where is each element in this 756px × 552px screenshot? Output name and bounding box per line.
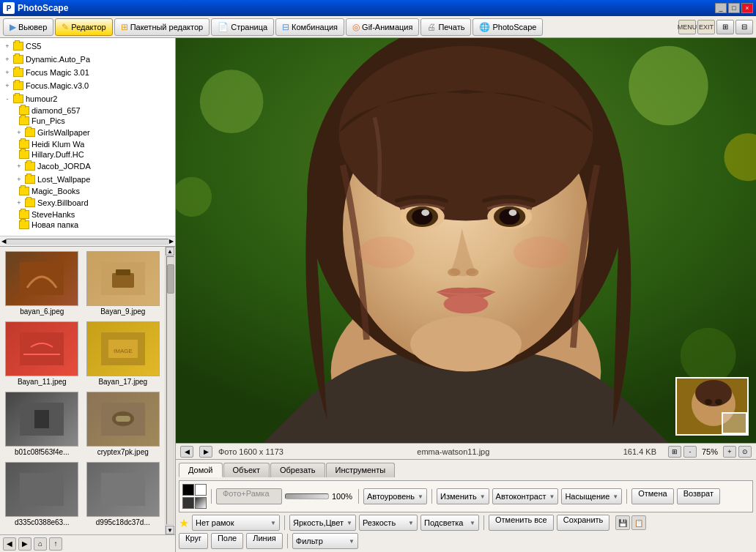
expand-icon[interactable]: + bbox=[13, 197, 25, 209]
line-button[interactable]: Линия bbox=[246, 533, 283, 549]
nav-back-button[interactable]: ◀ bbox=[3, 537, 16, 551]
tree-item-dynamic[interactable]: + Dynamic.Auto_Pa bbox=[1, 53, 174, 66]
thumb-bayan11[interactable]: Bayan_11.jpeg bbox=[3, 320, 81, 387]
hscroll-track[interactable] bbox=[6, 239, 169, 245]
nav-forward-button[interactable]: ▶ bbox=[18, 537, 32, 551]
tree-label: diamond_657 bbox=[32, 106, 81, 115]
save-icon1-button[interactable]: 💾 bbox=[615, 515, 630, 530]
nav-up-button[interactable]: ↑ bbox=[49, 537, 62, 551]
expand-icon[interactable]: + bbox=[13, 127, 25, 138]
expand-icon[interactable]: + bbox=[13, 174, 25, 185]
color-white-swatch[interactable] bbox=[195, 484, 207, 496]
color-dark-swatch[interactable] bbox=[182, 497, 194, 509]
tab-page[interactable]: 📄 Страница bbox=[211, 18, 274, 36]
thumb-scrollbar[interactable]: ▲ ▼ bbox=[165, 247, 175, 534]
thumbnails-panel[interactable]: bayan_6.jpeg Bayan_9.jpeg Bayan_11.jpeg bbox=[0, 247, 165, 534]
icon1-button[interactable]: ⊞ bbox=[716, 20, 734, 34]
filter-dropdown[interactable]: Фильтр ▼ bbox=[292, 533, 358, 549]
thumb-bayan6[interactable]: bayan_6.jpeg bbox=[3, 250, 81, 317]
expand-icon[interactable]: + bbox=[13, 160, 25, 172]
edit-tab-tools[interactable]: Инструменты bbox=[326, 463, 396, 477]
tree-item-funpics[interactable]: Fun_Pics bbox=[1, 116, 174, 126]
tree-item-focus2[interactable]: + Focus.Magic.v3.0 bbox=[1, 79, 174, 92]
tree-item-lost[interactable]: + Lost_Wallpape bbox=[1, 173, 174, 186]
minimize-button[interactable]: _ bbox=[715, 3, 727, 13]
tab-viewer[interactable]: ▶ Вьювер bbox=[3, 18, 53, 36]
edit-tab-home[interactable]: Домой bbox=[179, 463, 223, 477]
maximize-button[interactable]: □ bbox=[728, 3, 740, 13]
thumb-d995[interactable]: d995c18dc37d... bbox=[84, 460, 163, 528]
thumb-b01c[interactable]: b01c08f563f4e... bbox=[3, 390, 81, 458]
thumb-d335[interactable]: d335c0388e63... bbox=[3, 460, 81, 528]
tree-hscroll[interactable]: ◀ ▶ bbox=[0, 236, 175, 246]
auto-level-dropdown[interactable]: Автоуровень ▼ bbox=[363, 488, 427, 504]
scroll-down-button[interactable]: ▼ bbox=[166, 526, 174, 534]
expand-icon[interactable]: + bbox=[1, 80, 13, 92]
color-gradient-swatch[interactable] bbox=[195, 497, 207, 509]
tab-editor[interactable]: ✎ Редактор bbox=[55, 18, 112, 36]
tree-item-new-folder[interactable]: Новая папка bbox=[1, 220, 174, 230]
tree-item-humour2[interactable]: - humour2 bbox=[1, 92, 174, 105]
tree-item-diamond[interactable]: diamond_657 bbox=[1, 105, 174, 116]
tab-combine[interactable]: ⊟ Комбинация bbox=[275, 18, 344, 36]
cancel-all-button[interactable]: Отменить все bbox=[489, 515, 554, 531]
tab-gif[interactable]: ◎ Gif-Анимация bbox=[346, 18, 419, 36]
expand-icon[interactable]: + bbox=[1, 67, 13, 78]
save-button[interactable]: Сохранить bbox=[557, 515, 610, 531]
opacity-slider[interactable] bbox=[285, 493, 329, 499]
zoom-actual-button[interactable]: ⊙ bbox=[738, 446, 752, 458]
expand-icon[interactable]: + bbox=[1, 40, 13, 52]
thumb-bayan17[interactable]: IMAGE Bayan_17.jpeg bbox=[84, 320, 163, 387]
tree-item-stevehanks[interactable]: SteveHanks bbox=[1, 209, 174, 220]
tree-item-sexy[interactable]: + Sexy.Billboard bbox=[1, 196, 174, 209]
tree-item-cs5[interactable]: + CS5 bbox=[1, 40, 174, 53]
highlight-dropdown[interactable]: Подсветка ▼ bbox=[420, 515, 479, 531]
brightness-dropdown[interactable]: Яркость,Цвет ▼ bbox=[289, 515, 356, 531]
tree-item-girlswallpaper[interactable]: + GirlsWallpaper bbox=[1, 126, 174, 139]
tab-photoscape[interactable]: 🌐 PhotoScape bbox=[472, 18, 543, 36]
tree-item-hillary[interactable]: Hillary.Duff.HC bbox=[1, 149, 174, 160]
thumb-cryptex[interactable]: cryptex7pk.jpeg bbox=[84, 390, 163, 458]
thumb-bayan9[interactable]: Bayan_9.jpeg bbox=[84, 250, 163, 317]
expand-icon[interactable]: - bbox=[1, 93, 13, 105]
change-dropdown[interactable]: Изменить ▼ bbox=[437, 488, 489, 504]
tree-item-jacob[interactable]: + Jacob_JORDA bbox=[1, 160, 174, 173]
auto-contrast-dropdown[interactable]: Автоконтраст ▼ bbox=[492, 488, 559, 504]
tree-item-magic-books[interactable]: Magic_Books bbox=[1, 186, 174, 196]
edit-tab-crop[interactable]: Обрезать bbox=[270, 463, 325, 477]
nav-home-button[interactable]: ⌂ bbox=[34, 537, 47, 551]
zoom-out-button[interactable]: - bbox=[683, 446, 697, 458]
edit-tab-object[interactable]: Объект bbox=[223, 463, 270, 477]
color-black-swatch[interactable] bbox=[182, 484, 194, 496]
close-button[interactable]: × bbox=[741, 3, 753, 13]
tree-item-focus1[interactable]: + Focus Magic 3.01 bbox=[1, 66, 174, 79]
sharpness-dropdown[interactable]: Резкость ▼ bbox=[359, 515, 418, 531]
star-icon[interactable]: ★ bbox=[179, 516, 189, 530]
photo-frame-button[interactable]: Фото+Рамка bbox=[216, 488, 282, 504]
status-forward-button[interactable]: ▶ bbox=[199, 446, 212, 458]
zoom-fit-button[interactable]: ⊞ bbox=[668, 446, 681, 458]
icon2-button[interactable]: ⊟ bbox=[735, 20, 753, 34]
tab-batch[interactable]: ⊞ Пакетный редактор bbox=[114, 18, 210, 36]
redo-button[interactable]: Возврат bbox=[677, 488, 720, 504]
circle-button[interactable]: Круг bbox=[179, 533, 208, 549]
tree-item-heidi[interactable]: Heidi Klum Wa bbox=[1, 139, 174, 149]
scroll-up-button[interactable]: ▲ bbox=[166, 247, 174, 256]
menu-button[interactable]: MENU bbox=[678, 20, 696, 34]
exit-button[interactable]: EXIT bbox=[697, 20, 715, 34]
save-icon2-button[interactable]: 📋 bbox=[631, 515, 646, 530]
saturation-dropdown[interactable]: Насыщение ▼ bbox=[561, 488, 622, 504]
tab-print[interactable]: 🖨 Печать bbox=[420, 18, 471, 36]
field-button[interactable]: Поле bbox=[211, 533, 243, 549]
folder-icon bbox=[19, 187, 29, 195]
folder-icon bbox=[13, 94, 23, 103]
cancel-button[interactable]: Отмена bbox=[631, 488, 673, 504]
file-tree[interactable]: + CS5 + Dynamic.Auto_Pa + Focus Magic 3.… bbox=[0, 38, 175, 236]
svg-point-29 bbox=[421, 209, 429, 216]
tree-label: SteveHanks bbox=[32, 210, 75, 219]
zoom-in-button[interactable]: + bbox=[723, 446, 736, 458]
status-back-button[interactable]: ◀ bbox=[180, 446, 193, 458]
frame-select-dropdown[interactable]: Нет рамок ▼ bbox=[192, 515, 280, 531]
hscroll-right[interactable]: ▶ bbox=[169, 238, 174, 245]
expand-icon[interactable]: + bbox=[1, 53, 13, 65]
